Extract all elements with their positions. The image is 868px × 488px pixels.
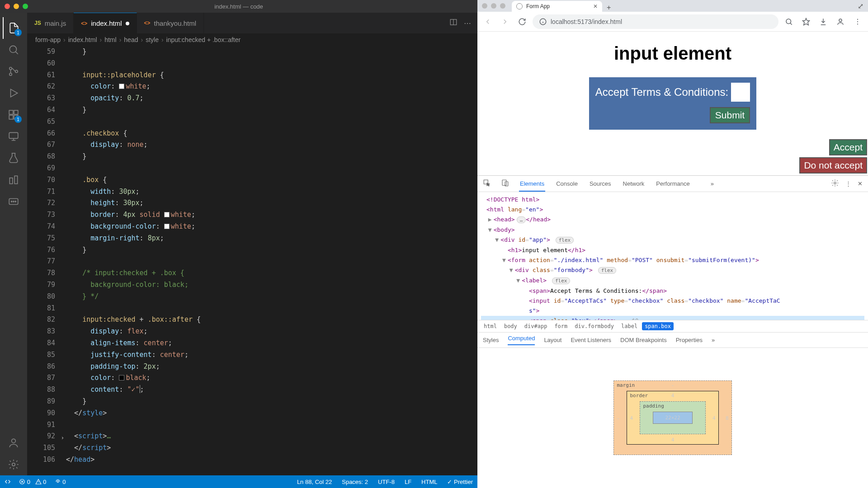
close-tab-icon[interactable]: ✕ bbox=[593, 3, 598, 9]
encoding[interactable]: UTF-8 bbox=[378, 479, 395, 485]
devtools-tab[interactable]: Performance bbox=[655, 177, 690, 191]
dom-node[interactable]: ▼<body> bbox=[481, 225, 864, 235]
submit-button[interactable]: Submit bbox=[710, 107, 750, 123]
device-toggle-icon[interactable] bbox=[501, 179, 509, 188]
formatter[interactable]: ✓ Prettier bbox=[447, 479, 473, 485]
remote-explorer-icon[interactable] bbox=[3, 126, 24, 147]
custom-checkbox[interactable] bbox=[731, 83, 750, 102]
ports-icon[interactable] bbox=[3, 191, 24, 212]
devtools-subtab[interactable]: Layout bbox=[544, 337, 561, 343]
devtools-subtab[interactable]: Styles bbox=[483, 337, 499, 343]
dom-node[interactable]: <html lang="en"> bbox=[481, 205, 864, 215]
menu-icon[interactable] bbox=[851, 15, 864, 28]
devtools-close-icon[interactable]: ✕ bbox=[858, 180, 863, 187]
dom-breadcrumb-item[interactable]: div.formbody bbox=[572, 322, 617, 330]
breadcrumb-item[interactable]: html bbox=[104, 36, 116, 43]
reject-button[interactable]: Do not accept bbox=[799, 157, 867, 174]
errors-count[interactable]: 0 0 bbox=[19, 479, 47, 485]
minimize-icon[interactable] bbox=[491, 3, 496, 9]
dom-node[interactable]: <!DOCTYPE html> bbox=[481, 195, 864, 205]
more-subtabs-icon[interactable]: » bbox=[712, 337, 715, 343]
dom-breadcrumb-item[interactable]: div#app bbox=[522, 322, 550, 330]
cursor-position[interactable]: Ln 88, Col 22 bbox=[297, 479, 332, 485]
extensions-icon[interactable]: 1 bbox=[3, 104, 24, 126]
mac-traffic-lights[interactable] bbox=[482, 3, 505, 9]
devtools-tab[interactable]: Elements bbox=[519, 177, 545, 192]
dom-breadcrumb-item[interactable]: html bbox=[481, 322, 500, 330]
devtools-subtab[interactable]: DOM Breakpoints bbox=[620, 337, 667, 343]
devtools-menu-icon[interactable]: ⋮ bbox=[845, 180, 851, 187]
dom-breadcrumb-item[interactable]: form bbox=[552, 322, 570, 330]
dom-breadcrumb[interactable]: htmlbodydiv#appformdiv.formbodylabelspan… bbox=[477, 320, 868, 333]
new-tab-button[interactable]: + bbox=[602, 4, 615, 12]
dom-node[interactable]: ▼<div class="formbody"> flex bbox=[481, 265, 864, 276]
devtools-subtab[interactable]: Computed bbox=[508, 335, 535, 345]
breadcrumbs[interactable]: form-app›index.html›html›head›style›inpu… bbox=[27, 33, 477, 46]
testing-icon[interactable] bbox=[3, 147, 24, 169]
more-tabs-icon[interactable]: » bbox=[711, 180, 714, 187]
run-debug-icon[interactable] bbox=[3, 82, 24, 104]
eol[interactable]: LF bbox=[405, 479, 411, 485]
dom-node[interactable]: <h1>input element</h1> bbox=[481, 245, 864, 255]
source-control-icon[interactable] bbox=[3, 61, 24, 82]
box-model: margin - 8 - - border 4 4 4 4 padding - bbox=[477, 348, 868, 488]
dom-node[interactable]: ▶<head>…</head> bbox=[481, 215, 864, 225]
profile-icon[interactable] bbox=[834, 15, 847, 28]
breadcrumb-item[interactable]: index.html bbox=[68, 36, 97, 43]
close-icon[interactable] bbox=[5, 4, 10, 9]
minimize-icon[interactable] bbox=[14, 4, 19, 9]
dom-node[interactable]: <input id="AcceptTaCs" type="checkbox" c… bbox=[481, 296, 864, 306]
explorer-icon[interactable]: 1 bbox=[3, 17, 24, 39]
dom-node[interactable]: <span class="box"></span> == $0 bbox=[481, 316, 864, 320]
devtools-tab[interactable]: Sources bbox=[589, 177, 612, 191]
accounts-icon[interactable] bbox=[3, 432, 24, 454]
dom-node[interactable]: ▼<div id="app"> flex bbox=[481, 235, 864, 245]
mac-traffic-lights[interactable] bbox=[5, 4, 28, 9]
expand-icon[interactable]: ⤢ bbox=[858, 2, 868, 10]
indentation[interactable]: Spaces: 2 bbox=[342, 479, 368, 485]
address-bar[interactable]: localhost:5173/index.html bbox=[533, 14, 778, 29]
accept-button[interactable]: Accept bbox=[829, 139, 867, 155]
breadcrumb-item[interactable]: head bbox=[124, 36, 138, 43]
devtools-tab[interactable]: Network bbox=[622, 177, 646, 191]
maximize-icon[interactable] bbox=[23, 4, 28, 9]
dom-tree[interactable]: <!DOCTYPE html> <html lang="en"> ▶<head>… bbox=[477, 192, 868, 320]
svg-point-38 bbox=[857, 23, 858, 24]
dom-breadcrumb-item[interactable]: body bbox=[501, 322, 520, 330]
code-editor[interactable]: 5960616263646566676869707172737475767778… bbox=[27, 46, 477, 475]
editor-tab[interactable]: <>thankyou.html bbox=[137, 13, 204, 33]
devtools-subtab[interactable]: Properties bbox=[676, 337, 703, 343]
zoom-icon[interactable] bbox=[782, 15, 796, 28]
forward-button[interactable] bbox=[498, 15, 512, 28]
reload-button[interactable] bbox=[515, 15, 529, 28]
devtools-tab[interactable]: Console bbox=[555, 177, 579, 191]
editor-tab[interactable]: <>index.html bbox=[74, 13, 137, 33]
more-actions-icon[interactable]: ⋯ bbox=[464, 19, 471, 28]
dom-node[interactable]: s"> bbox=[481, 306, 864, 316]
close-icon[interactable] bbox=[482, 3, 487, 9]
breadcrumb-item[interactable]: input:checked + .box::after bbox=[166, 36, 241, 43]
remote-indicator[interactable] bbox=[5, 479, 11, 485]
browser-tab[interactable]: Form App ✕ bbox=[512, 1, 602, 12]
back-button[interactable] bbox=[481, 15, 495, 28]
dom-breadcrumb-item[interactable]: span.box bbox=[642, 322, 674, 330]
inspect-icon[interactable] bbox=[483, 179, 491, 188]
devtools-subtab[interactable]: Event Listeners bbox=[571, 337, 611, 343]
breadcrumb-item[interactable]: form-app bbox=[35, 36, 61, 43]
breadcrumb-item[interactable]: style bbox=[146, 36, 159, 43]
ports-count[interactable]: 0 bbox=[55, 479, 66, 485]
dom-node[interactable]: <span>Accept Terms & Conditions:</span> bbox=[481, 286, 864, 296]
editor-tab[interactable]: JSmain.js bbox=[27, 13, 74, 33]
downloads-icon[interactable] bbox=[816, 15, 830, 28]
maximize-icon[interactable] bbox=[500, 3, 505, 9]
dom-breadcrumb-item[interactable]: label bbox=[618, 322, 640, 330]
timeline-icon[interactable] bbox=[3, 169, 24, 191]
dom-node[interactable]: ▼<label> flex bbox=[481, 276, 864, 286]
language-mode[interactable]: HTML bbox=[421, 479, 437, 485]
devtools-settings-icon[interactable] bbox=[831, 179, 839, 188]
bookmark-icon[interactable] bbox=[799, 15, 813, 28]
search-icon[interactable] bbox=[3, 39, 24, 61]
split-editor-icon[interactable] bbox=[449, 18, 458, 28]
settings-icon[interactable] bbox=[3, 454, 24, 475]
dom-node[interactable]: ▼<form action="./index.html" method="POS… bbox=[481, 255, 864, 265]
